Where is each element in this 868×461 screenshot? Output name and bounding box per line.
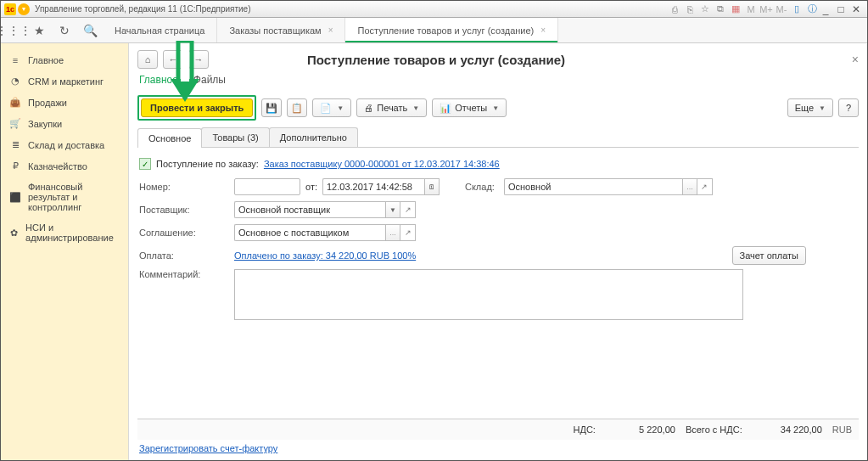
nav-back-icon[interactable]: ← <box>163 50 183 69</box>
reports-button[interactable]: 📊Отчеты▼ <box>432 98 507 117</box>
agreement-ellipsis-icon[interactable]: … <box>385 224 400 241</box>
order-checkbox[interactable]: ✓ <box>139 158 151 170</box>
order-link[interactable]: Заказ поставщику 0000-000001 от 12.03.20… <box>264 159 500 169</box>
offset-payment-button[interactable]: Зачет оплаты <box>732 246 806 265</box>
supplier-input[interactable]: Основной поставщик <box>234 201 385 218</box>
form-content: ⌂ ← → Поступление товаров и услуг (созда… <box>128 43 867 460</box>
bars-icon: ⬛ <box>9 192 21 203</box>
date-input[interactable]: 12.03.2017 14:42:58 <box>322 178 424 195</box>
agreement-open-icon[interactable]: ↗ <box>400 224 416 241</box>
row-comment: Комментарий: <box>139 269 857 320</box>
top-toolbar: ⋮⋮⋮ ★ ↻ 🔍 Начальная страница Заказы пост… <box>1 18 867 43</box>
register-invoice-link[interactable]: Зарегистрировать счет-фактуру <box>139 443 277 453</box>
qa-m2-icon[interactable]: M+ <box>760 3 772 15</box>
qa-link-icon[interactable]: ⎘ <box>684 3 696 15</box>
number-input[interactable] <box>234 178 300 195</box>
warehouse-ellipsis-icon[interactable]: … <box>682 178 697 195</box>
total-label: Всего с НДС: <box>686 424 742 435</box>
tab-orders[interactable]: Заказы поставщикам× <box>217 18 345 42</box>
tab-close-icon[interactable]: × <box>540 25 546 35</box>
gear-icon: ✿ <box>9 228 19 239</box>
qa-cal-icon[interactable]: ▦ <box>730 3 742 15</box>
ruble-icon: ₽ <box>9 160 21 171</box>
form-nav-row: ⌂ ← → Поступление товаров и услуг (созда… <box>137 50 859 69</box>
sidebar-item-crm[interactable]: ◔CRM и маркетинг <box>1 70 128 92</box>
sidebar-item-sales[interactable]: 👜Продажи <box>1 92 128 113</box>
sidebar-item-treasury[interactable]: ₽Казначейство <box>1 155 128 177</box>
nav-fwd-icon[interactable]: → <box>188 50 209 69</box>
post-and-close-button[interactable]: Провести и закрыть <box>141 98 253 117</box>
app-menu-icon[interactable]: ▾ <box>18 3 30 15</box>
help-button[interactable]: ? <box>838 98 859 117</box>
post-close-highlight: Провести и закрыть <box>137 95 256 121</box>
save-button[interactable]: 💾 <box>261 98 282 117</box>
page-title: Поступление товаров и услуг (создание) <box>307 53 565 67</box>
nav-home-icon[interactable]: ⌂ <box>137 50 158 69</box>
qa-m3-icon[interactable]: M- <box>776 3 787 15</box>
sidebar-item-nsi[interactable]: ✿НСИ и администрирование <box>1 217 128 248</box>
qa-info-icon[interactable]: ⓘ <box>806 3 818 15</box>
warehouse-open-icon[interactable]: ↗ <box>697 178 713 195</box>
payment-label: Оплата: <box>139 250 234 261</box>
window-minimize[interactable]: _ <box>818 3 833 15</box>
agreement-label: Соглашение: <box>139 228 234 238</box>
bag-icon: 👜 <box>9 97 21 108</box>
order-check-label: Поступление по заказу: <box>156 159 259 169</box>
form-footer: НДС: 5 220,00 Всего с НДС: 34 220,00 RUB <box>137 419 859 440</box>
agreement-input[interactable]: Основное с поставщиком <box>234 224 385 241</box>
qa-fav-icon[interactable]: ☆ <box>699 3 711 15</box>
window-close[interactable]: ✕ <box>848 3 864 15</box>
supplier-open-icon[interactable]: ↗ <box>400 201 416 218</box>
search-icon[interactable]: 🔍 <box>77 18 103 42</box>
currency-label: RUB <box>832 424 852 435</box>
row-number: Номер: от: 12.03.2017 14:42:58 🗓 Склад: … <box>139 177 857 196</box>
sidebar-item-purchases[interactable]: 🛒Закупки <box>1 113 128 134</box>
apps-icon[interactable]: ⋮⋮⋮ <box>1 18 26 42</box>
header-tab-files[interactable]: Файлы <box>193 74 226 88</box>
sidebar-item-finance[interactable]: ⬛Финансовый результат и контроллинг <box>1 177 128 217</box>
window-title: Управление торговлей, редакция 11 (1С:Пр… <box>35 4 669 14</box>
form-close-icon[interactable]: × <box>852 53 859 66</box>
payment-link[interactable]: Оплачено по заказу: 34 220,00 RUB 100% <box>234 250 416 261</box>
header-tab-main[interactable]: Главное <box>139 74 178 88</box>
form-tabs: Основное Товары (3) Дополнительно <box>137 127 859 148</box>
more-button[interactable]: Еще▼ <box>787 98 833 117</box>
form-body: ✓ Поступление по заказу: Заказ поставщик… <box>137 148 859 331</box>
qa-calc-icon[interactable]: ⧉ <box>714 3 726 15</box>
history-icon[interactable]: ↻ <box>52 18 77 42</box>
supplier-label: Поставщик: <box>139 205 234 215</box>
favorite-icon[interactable]: ★ <box>26 18 52 42</box>
date-picker-icon[interactable]: 🗓 <box>424 178 440 195</box>
tab-close-icon[interactable]: × <box>328 25 333 35</box>
qa-print-icon[interactable]: ⎙ <box>669 3 680 15</box>
app-logo-icon: 1c <box>4 3 16 15</box>
nds-value: 5 220,00 <box>602 424 679 435</box>
print-button[interactable]: 🖨Печать▼ <box>356 98 427 117</box>
warehouse-input[interactable]: Основной <box>504 178 682 195</box>
post-button[interactable]: 📋 <box>287 98 307 117</box>
command-bar: Провести и закрыть 💾 📋 📄▼ 🖨Печать▼ 📊Отче… <box>137 95 859 121</box>
tab-receipt[interactable]: Поступление товаров и услуг (создание)× <box>345 18 558 42</box>
open-tabs: Начальная страница Заказы поставщикам× П… <box>103 18 558 42</box>
form-header-tabs: Главное Файлы <box>137 74 859 88</box>
form-tab-goods[interactable]: Товары (3) <box>201 127 269 147</box>
doc-icon: 📄 <box>320 103 332 114</box>
create-based-button[interactable]: 📄▼ <box>312 98 351 117</box>
window-quick-icons: ⎙ ⎘ ☆ ⧉ ▦ M M+ M- ▯ ⓘ <box>669 3 818 15</box>
form-tab-main[interactable]: Основное <box>137 128 202 148</box>
sidebar-item-main[interactable]: ≡Главное <box>1 50 128 70</box>
row-order: ✓ Поступление по заказу: Заказ поставщик… <box>139 155 857 173</box>
comment-textarea[interactable] <box>234 269 743 320</box>
qa-watch-icon[interactable]: ▯ <box>791 3 803 15</box>
supplier-dropdown-icon[interactable]: ▼ <box>385 201 400 218</box>
print-icon: 🖨 <box>364 103 373 113</box>
row-payment: Оплата: Оплачено по заказу: 34 220,00 RU… <box>139 246 857 265</box>
report-icon: 📊 <box>440 103 451 114</box>
sidebar-item-warehouse[interactable]: ≣Склад и доставка <box>1 134 128 155</box>
tab-home[interactable]: Начальная страница <box>103 18 217 42</box>
qa-m1-icon[interactable]: M <box>745 3 757 15</box>
nds-label: НДС: <box>574 424 596 435</box>
window-maximize[interactable]: □ <box>833 3 848 15</box>
register-invoice-row: Зарегистрировать счет-фактуру <box>137 440 859 453</box>
form-tab-extra[interactable]: Дополнительно <box>269 127 358 147</box>
